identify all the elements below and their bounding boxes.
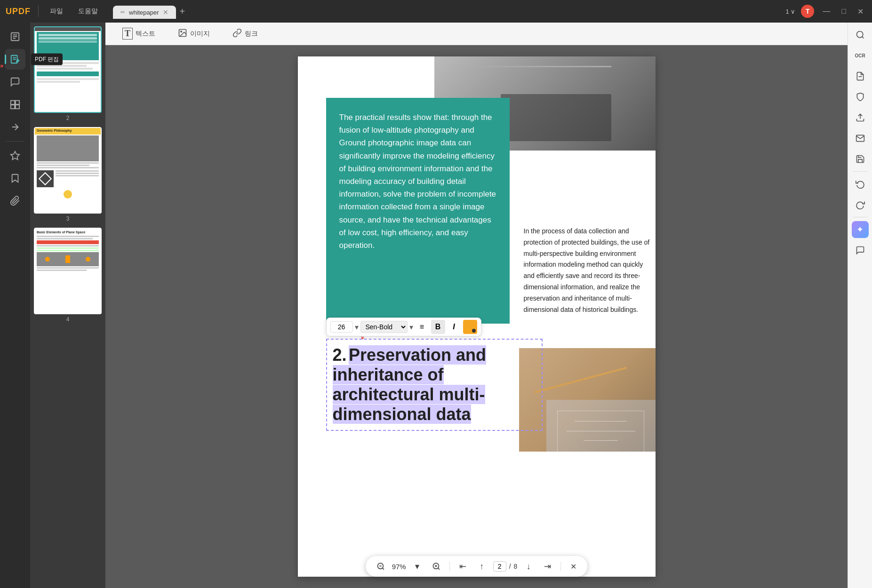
svg-point-21 [856, 32, 863, 38]
organize-button[interactable] [5, 94, 25, 115]
topbar: UPDF 파일 도움말 ✏ whitepaper ✕ + 1 ∨ T — □ ✕ [0, 0, 872, 23]
zoom-dropdown-button[interactable]: ▾ [410, 559, 425, 574]
teal-text-box: The practical results show that: through… [326, 98, 510, 324]
convert-button[interactable] [852, 68, 869, 85]
svg-rect-9 [11, 105, 15, 109]
search-right-button[interactable] [852, 26, 869, 43]
font-size-input[interactable]: 26 [330, 321, 353, 333]
bold-button[interactable]: B [431, 320, 445, 334]
redo-button[interactable] [852, 196, 869, 213]
main-area: 1. → PDF 편집 [0, 23, 872, 588]
tab-whitepaper[interactable]: ✏ whitepaper ✕ [113, 6, 176, 19]
ai-button[interactable]: ✦ [852, 221, 869, 238]
content-area: T 텍스트 이미지 링크 [105, 23, 848, 588]
right-toolbar-divider [853, 171, 868, 172]
image-tool-label: 이미지 [190, 30, 210, 38]
bottom-bar-divider-2 [560, 562, 561, 571]
plugins-button[interactable] [5, 145, 25, 166]
protect-button[interactable] [852, 88, 869, 105]
export-right-button[interactable] [852, 109, 869, 126]
tab-label: whitepaper [129, 9, 159, 16]
total-pages: 8 [514, 563, 518, 570]
topbar-divider [38, 6, 39, 17]
pdf-page: The practical results show that: through… [298, 56, 656, 577]
image-tool[interactable]: 이미지 [172, 26, 216, 41]
page-indicator[interactable]: 1 ∨ [785, 8, 795, 15]
toolbar-divider [6, 141, 24, 142]
svg-rect-7 [11, 101, 15, 104]
font-size-dropdown-icon[interactable]: ▾ [355, 323, 359, 332]
step1-area: 1. → PDF 편집 [5, 49, 25, 70]
reader-button[interactable] [5, 26, 25, 47]
svg-point-13 [181, 31, 182, 32]
minimize-button[interactable]: — [820, 7, 833, 16]
content-toolbar: T 텍스트 이미지 링크 [105, 23, 848, 45]
share-button[interactable] [852, 130, 869, 147]
current-page-input[interactable]: 2 [493, 561, 506, 572]
first-page-button[interactable]: ⇤ [456, 559, 471, 574]
heading-content: 2. Preservation and inheritance of archi… [333, 345, 536, 424]
pdf-edit-button[interactable]: PDF 편집 [5, 49, 25, 70]
color-indicator [472, 329, 476, 333]
page-separator: / [509, 563, 511, 570]
svg-rect-10 [16, 105, 19, 109]
prev-page-button[interactable]: ↑ [474, 559, 489, 574]
pdf-area[interactable]: The practical results show that: through… [105, 45, 848, 588]
selected-text-container[interactable]: 2. ↓ 2. Preservation and inheritance of … [326, 339, 543, 431]
zoom-out-button[interactable] [373, 559, 388, 574]
thumbnail-page-4[interactable]: Basic Elements of Plane Space [34, 228, 102, 323]
link-tool-icon [232, 28, 242, 39]
text-tool-label: 텍스트 [136, 30, 155, 38]
svg-marker-11 [11, 151, 19, 159]
thumb-page-num-4: 4 [34, 316, 102, 323]
align-button[interactable]: ≡ [415, 320, 429, 334]
undo-button[interactable] [852, 175, 869, 192]
attachment-button[interactable] [5, 191, 25, 211]
app-logo: UPDF [6, 7, 31, 16]
color-picker-button[interactable] [463, 320, 477, 334]
right-toolbar: OCR ✦ [848, 23, 872, 588]
link-tool[interactable]: 링크 [227, 26, 264, 41]
zoom-in-button[interactable] [429, 559, 444, 574]
heading-text[interactable]: Preservation and inheritance of architec… [333, 345, 487, 424]
bottom-navigation-bar: 97% ▾ ⇤ ↑ 2 / 8 ↓ ⇥ ✕ [366, 556, 588, 577]
tab-area: ✏ whitepaper ✕ + [113, 5, 185, 18]
save-right-button[interactable] [852, 151, 869, 167]
menu-help[interactable]: 도움말 [74, 5, 102, 17]
next-page-button[interactable]: ↓ [521, 559, 536, 574]
thumbnail-page-3[interactable]: Geometric Philosophy [34, 127, 102, 222]
thumbnail-panel: 2 Geometric Philosophy [30, 23, 105, 588]
right-column-text: In the process of data collection and pr… [524, 226, 656, 315]
export-button[interactable] [5, 117, 25, 137]
close-button[interactable]: ✕ [855, 7, 866, 16]
thumbnail-page-2[interactable]: 2 [34, 26, 102, 121]
last-page-button[interactable]: ⇥ [540, 559, 555, 574]
bottom-bar-close-button[interactable]: ✕ [567, 560, 580, 573]
thumb-page-num-2: 2 [34, 115, 102, 121]
svg-rect-8 [16, 101, 19, 104]
link-tool-label: 링크 [245, 30, 258, 38]
italic-button[interactable]: I [447, 320, 461, 334]
svg-line-20 [438, 568, 439, 569]
reader-btn-wrap [5, 26, 25, 47]
ocr-button[interactable]: OCR [852, 47, 869, 64]
text-tool[interactable]: T 텍스트 [117, 26, 161, 41]
image-tool-icon [178, 28, 187, 39]
chat-button[interactable] [852, 242, 869, 259]
user-avatar[interactable]: T [801, 5, 814, 18]
font-family-dropdown-icon[interactable]: ▾ [409, 323, 413, 332]
bookmark-button[interactable] [5, 168, 25, 189]
text-tool-icon: T [122, 28, 133, 40]
comment-button[interactable] [5, 72, 25, 92]
bottom-bar-divider-1 [449, 562, 450, 571]
maximize-button[interactable]: □ [839, 7, 849, 16]
topbar-right: 1 ∨ T — □ ✕ [785, 5, 866, 18]
floating-toolbar: 26 ▾ Sen-Bold ▾ ≡ B I [326, 318, 481, 336]
menu-file[interactable]: 파일 [46, 5, 67, 17]
teal-body-text: The practical results show that: through… [339, 111, 496, 252]
new-tab-button[interactable]: + [180, 6, 185, 17]
font-family-select[interactable]: Sen-Bold [360, 321, 408, 333]
tab-close-button[interactable]: ✕ [163, 8, 168, 16]
tab-edit-icon: ✏ [120, 9, 125, 16]
right-body-text: In the process of data collection and pr… [524, 226, 656, 315]
